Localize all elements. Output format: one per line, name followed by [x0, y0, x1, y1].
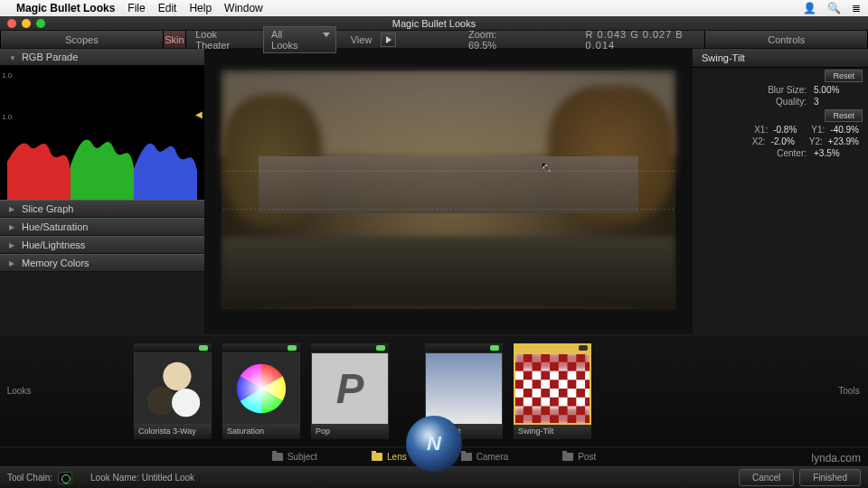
- view-label[interactable]: View: [345, 34, 378, 45]
- reset-position-button[interactable]: Reset: [825, 109, 863, 122]
- look-name-label: Look Name:: [90, 473, 139, 483]
- tool-label: Pop: [311, 425, 389, 439]
- y2-label: Y2:: [809, 136, 823, 146]
- axis-tick-top: 1.0: [2, 71, 12, 80]
- quality-value[interactable]: 3: [814, 97, 859, 107]
- svg-point-2: [172, 389, 200, 417]
- spotlight-icon[interactable]: 🔍: [827, 2, 841, 14]
- blur-size-value[interactable]: 5.00%: [814, 85, 859, 95]
- tool-power-toggle[interactable]: [311, 343, 389, 352]
- reset-blur-button[interactable]: Reset: [825, 70, 863, 82]
- preview-area: [204, 49, 693, 334]
- chevron-down-icon: [9, 52, 22, 62]
- cursor-icon: [541, 160, 551, 174]
- chain-power-toggle[interactable]: [58, 472, 72, 484]
- folder-icon: [272, 453, 283, 461]
- controls-tab[interactable]: Controls: [704, 31, 868, 48]
- x2-value[interactable]: -2.0%: [771, 136, 795, 146]
- tool-chain-section: Tool Chain:: [7, 472, 72, 484]
- main-area: RGB Parade 1.0 1.0 ◀ Slice Graph Hue/Sat…: [0, 49, 868, 334]
- preview-viewport[interactable]: [222, 70, 675, 309]
- stage-post[interactable]: Post: [562, 452, 596, 462]
- svg-rect-22: [576, 380, 585, 389]
- quality-label: Quality:: [702, 97, 807, 107]
- hue-saturation-row[interactable]: Hue/Saturation: [0, 218, 204, 236]
- tool-card-pop[interactable]: P Pop: [311, 343, 389, 439]
- controls-title: Swing-Tilt: [693, 49, 868, 68]
- rgb-parade-svg: [7, 113, 197, 200]
- svg-rect-27: [585, 389, 590, 398]
- saturation-thumb: [222, 352, 300, 425]
- memory-colors-row[interactable]: Memory Colors: [0, 254, 204, 272]
- rgb-parade-label: RGB Parade: [22, 52, 78, 62]
- swing-tilt-thumb: [514, 352, 591, 425]
- pop-thumb: P: [311, 352, 389, 425]
- menu-window[interactable]: Window: [224, 2, 263, 14]
- folder-icon: [461, 453, 472, 461]
- menu-list-icon[interactable]: ≣: [852, 2, 861, 14]
- minimize-window-button[interactable]: [22, 19, 31, 28]
- rgb-readout: R 0.043 G 0.027 B 0.014: [586, 29, 705, 51]
- tool-card-swing-tilt[interactable]: Swing-Tilt: [514, 343, 591, 439]
- look-name-value[interactable]: Untitled Look: [142, 473, 194, 483]
- tool-label: Swing-Tilt: [514, 425, 591, 439]
- svg-point-0: [163, 361, 191, 389]
- close-window-button[interactable]: [7, 19, 16, 28]
- stage-camera[interactable]: Camera: [461, 452, 509, 462]
- x1-value[interactable]: -0.8%: [773, 125, 797, 135]
- traffic-lights: [7, 19, 45, 28]
- svg-rect-16: [550, 371, 559, 380]
- folder-icon: [372, 453, 382, 461]
- gradient-thumb: [425, 352, 503, 425]
- rgb-parade-scope[interactable]: 1.0 1.0 ◀: [0, 66, 204, 200]
- svg-rect-30: [559, 397, 568, 406]
- svg-rect-28: [524, 397, 533, 406]
- svg-rect-21: [559, 380, 568, 389]
- window-title: Magic Bullet Looks: [392, 18, 476, 29]
- toolbar: Scopes Skin Look Theater All Looks View …: [0, 31, 868, 49]
- skin-tab[interactable]: Skin: [164, 31, 187, 48]
- tool-label: Colorista 3-Way: [134, 425, 212, 439]
- hue-lightness-row[interactable]: Hue/Lightness: [0, 236, 204, 254]
- rgb-parade-header[interactable]: RGB Parade: [0, 49, 204, 66]
- stage-subject[interactable]: Subject: [272, 452, 317, 462]
- power-on-icon: [288, 345, 297, 351]
- power-on-icon: [376, 345, 385, 351]
- tools-drawer-label[interactable]: Tools: [834, 386, 864, 396]
- menu-edit[interactable]: Edit: [158, 2, 177, 14]
- zoom-window-button[interactable]: [36, 19, 45, 28]
- tool-card-colorista[interactable]: Colorista 3-Way: [134, 343, 212, 439]
- menu-help[interactable]: Help: [189, 2, 212, 14]
- play-preview-button[interactable]: [381, 33, 396, 47]
- controls-panel: Swing-Tilt Reset Blur Size: 5.00% Qualit…: [693, 49, 868, 334]
- stage-lens[interactable]: Lens: [372, 452, 407, 462]
- y1-label: Y1:: [811, 125, 825, 135]
- menu-file[interactable]: File: [127, 2, 145, 14]
- tool-power-toggle[interactable]: [514, 343, 591, 352]
- scopes-tab[interactable]: Scopes: [0, 31, 164, 48]
- finished-button[interactable]: Finished: [799, 469, 861, 486]
- svg-rect-42: [514, 408, 590, 424]
- x1-label: X1:: [754, 125, 768, 135]
- svg-rect-15: [533, 371, 542, 380]
- all-looks-dropdown[interactable]: All Looks: [263, 26, 336, 53]
- center-value[interactable]: +3.5%: [814, 148, 859, 158]
- svg-rect-19: [524, 380, 533, 389]
- app-menu[interactable]: Magic Bullet Looks: [16, 2, 115, 14]
- y2-value[interactable]: +23.9%: [828, 136, 859, 146]
- tool-power-toggle[interactable]: [425, 343, 503, 352]
- svg-rect-17: [568, 371, 577, 380]
- looks-drawer-label[interactable]: Looks: [4, 386, 34, 396]
- stage-label: Camera: [476, 452, 509, 462]
- slice-graph-row[interactable]: Slice Graph: [0, 200, 204, 218]
- blur-size-label: Blur Size:: [702, 85, 807, 95]
- tool-power-toggle[interactable]: [222, 343, 300, 352]
- svg-point-3: [237, 363, 287, 413]
- tool-power-toggle[interactable]: [134, 343, 212, 352]
- cancel-button[interactable]: Cancel: [739, 469, 794, 486]
- svg-rect-14: [514, 371, 524, 380]
- y1-value[interactable]: -40.9%: [830, 125, 859, 135]
- look-theater-label: Look Theater: [186, 29, 258, 51]
- tool-card-saturation[interactable]: Saturation: [222, 343, 300, 439]
- user-icon[interactable]: 👤: [803, 2, 816, 14]
